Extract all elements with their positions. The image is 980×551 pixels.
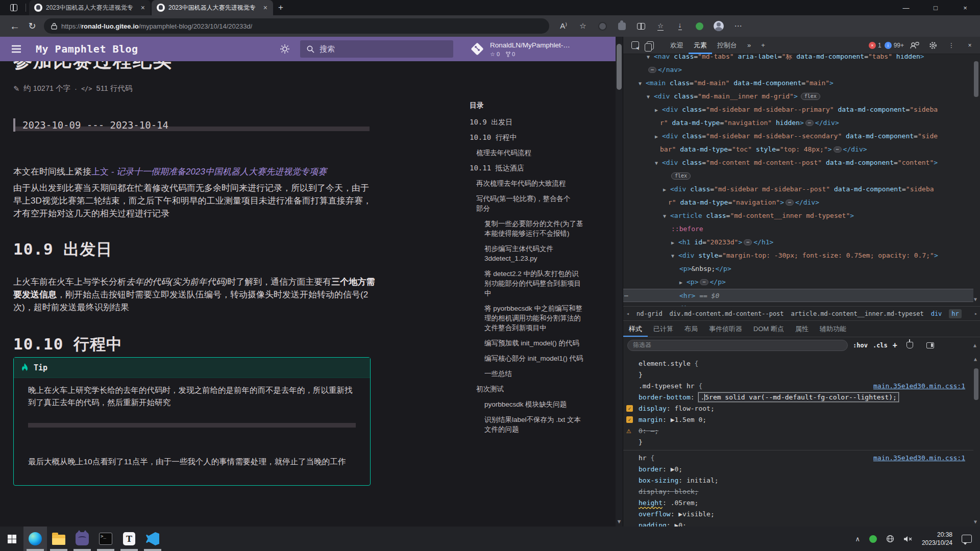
dom-node[interactable]: ▶<h1 id="20233d">⋯</h1> — [623, 236, 973, 249]
tree-scrollbar[interactable]: ▼ — [974, 57, 979, 302]
favorite-star-icon[interactable]: ☆ — [574, 19, 592, 33]
theme-toggle-icon[interactable] — [280, 44, 290, 54]
kebab-menu-icon[interactable]: ⋮ — [944, 39, 959, 52]
tray-chevron-icon[interactable]: ∧ — [855, 535, 860, 543]
toc-item[interactable]: 初步编写主体代码文件 3ddetect_1.23.py — [484, 244, 584, 263]
downloads-icon[interactable]: ↓ — [671, 19, 689, 33]
styles-scrollbar[interactable]: ▲ ▼ — [974, 356, 979, 524]
breadcrumb-item[interactable]: div — [931, 310, 942, 317]
toc-item[interactable]: 10.11 抵达酒店 — [470, 163, 570, 173]
taskbar-app-terminal[interactable]: >_ — [94, 527, 117, 551]
error-badge[interactable]: ×1 — [869, 42, 881, 49]
dom-node[interactable]: flex — [623, 169, 973, 183]
new-tab-button[interactable]: + — [278, 3, 283, 13]
dom-node[interactable]: <p>&nbsp;</p> — [623, 262, 973, 276]
expand-ellipsis-badge[interactable]: ⋯ — [700, 279, 708, 285]
devtools-tab-元素[interactable]: 元素 — [689, 37, 712, 54]
toc-item[interactable]: 将 pyorbbecsdk 中之前编写和整理的相机调用功能和分割算法的文件整合到… — [484, 304, 584, 333]
back-icon[interactable]: ← — [6, 20, 23, 32]
breadcrumb-item[interactable]: div.md-content.md-content--post — [670, 310, 784, 317]
refresh-icon[interactable]: ↻ — [23, 20, 41, 32]
toc-item[interactable]: 再次梳理去年代码的大致流程 — [476, 179, 576, 188]
read-aloud-icon[interactable]: A⁾ — [554, 19, 573, 33]
scrollbar-thumb[interactable] — [617, 44, 622, 90]
toc-item[interactable]: 编写核心部分 init_model1() 代码 — [484, 354, 584, 363]
toc-item[interactable]: 编写预加载 init_model() 的代码 — [484, 338, 584, 348]
dom-node[interactable]: ▼<main class="md-main" data-md-component… — [623, 77, 973, 90]
network-globe-icon[interactable] — [886, 535, 894, 543]
search-input[interactable]: 搜索 — [300, 40, 453, 58]
flex-badge[interactable]: flex — [801, 93, 820, 100]
toc-item[interactable]: 初次测试 — [476, 384, 576, 394]
scroll-up-arrow[interactable]: ▲ — [974, 356, 977, 362]
new-style-rule-button[interactable]: + — [893, 341, 897, 350]
styles-tab-已计算[interactable]: 已计算 — [648, 321, 679, 337]
scroll-up-arrow[interactable]: ▲ — [973, 342, 976, 348]
toc-item[interactable]: 10.9 出发日 — [470, 117, 570, 127]
taskbar-app-explorer[interactable] — [47, 527, 70, 551]
dom-node[interactable]: </div> — [623, 302, 973, 306]
article-link[interactable]: - 记录十一假期准备2023中国机器人大赛先进视觉专项赛 — [111, 167, 327, 177]
css-property[interactable]: border: ▶0; — [623, 464, 973, 475]
styles-filter-input[interactable]: 筛选器 — [627, 340, 848, 351]
css-property[interactable]: ⚠0: —; — [623, 425, 973, 437]
stylesheet-link[interactable]: main.35e1ed30.min.css:1 — [873, 381, 965, 392]
maximize-button[interactable]: □ — [921, 0, 950, 15]
expand-ellipsis-badge[interactable]: ⋯ — [744, 239, 752, 245]
devtools-tab-控制台[interactable]: 控制台 — [712, 37, 742, 54]
profile-avatar[interactable] — [709, 19, 728, 33]
devtools-tab-欢迎[interactable]: 欢迎 — [665, 37, 689, 54]
css-property[interactable]: display: block; — [623, 486, 973, 497]
inspect-element-icon[interactable] — [627, 39, 643, 52]
scroll-down-arrow[interactable]: ▼ — [974, 519, 977, 524]
message-badge[interactable]: i99+ — [885, 42, 904, 49]
volume-muted-icon[interactable] — [903, 535, 913, 543]
extension-puzzle-icon[interactable] — [612, 19, 631, 33]
css-property[interactable]: height: .05rem; — [623, 497, 973, 509]
article-link[interactable]: 上文 — [91, 167, 111, 177]
css-property[interactable]: box-sizing: initial; — [623, 475, 973, 486]
property-value-edit[interactable]: .5rem solid var(--md-default-fg-color--l… — [698, 392, 899, 402]
flex-badge[interactable]: flex — [671, 172, 691, 180]
taskbar-app-cat-app[interactable] — [70, 527, 94, 551]
dom-node[interactable]: ▶<p>⋯</p> — [623, 276, 973, 289]
styles-tab-辅助功能[interactable]: 辅助功能 — [814, 321, 852, 337]
toc-item[interactable]: pyorbbecsdk 模块缺失问题 — [484, 399, 584, 409]
styles-tab-属性[interactable]: 属性 — [790, 321, 814, 337]
selected-dom-node[interactable]: <hr> == $0 — [623, 289, 973, 302]
notification-icon[interactable] — [962, 535, 972, 543]
menu-icon[interactable] — [11, 45, 21, 53]
breadcrumb-right-arrow[interactable]: ▸ — [974, 311, 977, 316]
dom-node[interactable]: ▼<div class="md-content md-content--post… — [623, 156, 973, 169]
css-property[interactable]: overflow: ▶visible; — [623, 509, 973, 520]
dom-node[interactable]: ▶<div class="md-sidebar md-sidebar--prim… — [623, 103, 973, 116]
close-button[interactable]: × — [950, 0, 980, 15]
dom-node[interactable]: ⋯</nav> — [623, 63, 973, 77]
toc-item[interactable]: 写代码(第一轮比赛)，整合各个部分 — [476, 194, 576, 213]
issues-people-icon[interactable] — [907, 39, 922, 52]
repo-link[interactable]: RonaldLN/MyPamphlet-… ☆ 0 0 — [470, 40, 607, 57]
minimize-button[interactable]: — — [891, 0, 921, 15]
breadcrumb-item[interactable]: nd-grid — [636, 310, 663, 317]
dock-side-icon[interactable] — [923, 339, 938, 352]
page-scrollbar[interactable]: ▼ — [616, 37, 623, 527]
dom-node[interactable]: ▶<div class="md-sidebar md-sidebar--post… — [623, 183, 973, 196]
toc-item[interactable]: 将 detect2.2 中的队友打包的识别功能部分的代码整合到新项目中 — [484, 269, 584, 298]
property-checkbox[interactable]: ✓ — [626, 405, 633, 412]
toc-item[interactable]: 10.10 行程中 — [470, 133, 570, 142]
add-panel-icon[interactable]: + — [756, 37, 770, 54]
more-tabs-icon[interactable]: » — [742, 37, 756, 54]
styles-tab-DOM 断点[interactable]: DOM 断点 — [748, 321, 790, 337]
breadcrumb-left-arrow[interactable]: ◂ — [626, 311, 629, 316]
expand-ellipsis-badge[interactable]: ⋯ — [786, 199, 794, 206]
css-property[interactable]: padding: ▶0; — [623, 520, 973, 527]
scroll-down-arrow[interactable]: ▼ — [616, 518, 622, 524]
taskbar-app-edge[interactable] — [23, 527, 47, 551]
dom-node[interactable]: r" data-md-type="navigation" hidden>⋯</d… — [623, 116, 973, 130]
dom-node[interactable]: ::before — [623, 222, 973, 236]
tab-actions-icon[interactable] — [5, 2, 22, 13]
taskbar-app-typora[interactable]: T — [117, 527, 141, 551]
devtools-close-icon[interactable]: × — [962, 39, 977, 52]
start-button[interactable] — [0, 527, 23, 551]
css-selector-line[interactable]: element.style { — [623, 358, 973, 369]
